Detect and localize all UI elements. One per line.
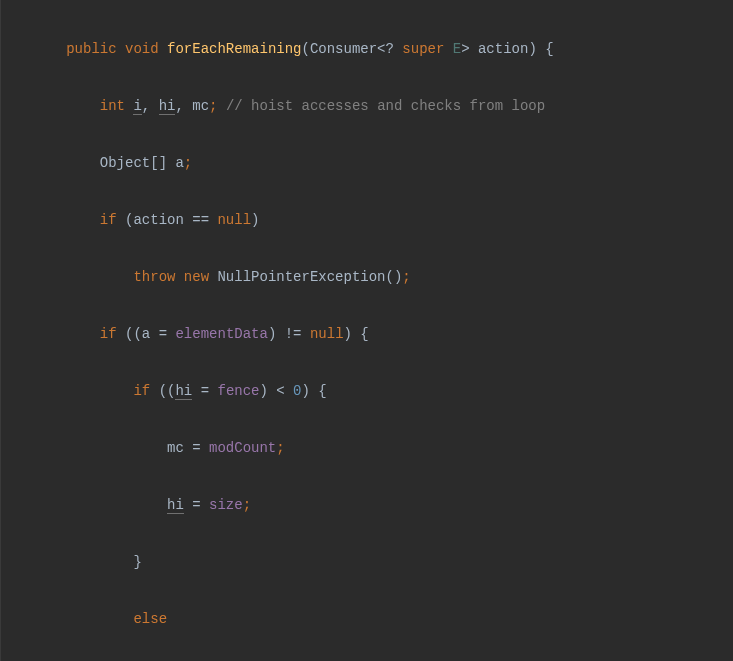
code-line: public void forEachRemaining(Consumer<? … [11, 35, 733, 64]
code-line: if ((a = elementData) != null) { [11, 320, 733, 349]
keyword-null: null [217, 212, 251, 228]
comment: // hoist accesses and checks from loop [226, 98, 545, 114]
code-line: Object[] a; [11, 149, 733, 178]
code-line: } [11, 548, 733, 577]
keyword-throw: throw [133, 269, 175, 285]
code-line: hi = size; [11, 491, 733, 520]
code-line: throw new NullPointerException(); [11, 263, 733, 292]
code-line: if (action == null) [11, 206, 733, 235]
generic-type: E [453, 41, 461, 57]
keyword-new: new [184, 269, 209, 285]
code-line: if ((hi = fence) < 0) { [11, 377, 733, 406]
code-line: else [11, 605, 733, 634]
code-editor[interactable]: public void forEachRemaining(Consumer<? … [0, 0, 733, 661]
keyword-void: void [125, 41, 159, 57]
keyword-if: if [100, 212, 117, 228]
method-name: forEachRemaining [167, 41, 301, 57]
code-line: mc = modCount; [11, 434, 733, 463]
keyword-int: int [100, 98, 125, 114]
keyword-public: public [66, 41, 116, 57]
keyword-else: else [133, 611, 167, 627]
keyword-if: if [100, 326, 117, 342]
code-line: int i, hi, mc; // hoist accesses and che… [11, 92, 733, 121]
